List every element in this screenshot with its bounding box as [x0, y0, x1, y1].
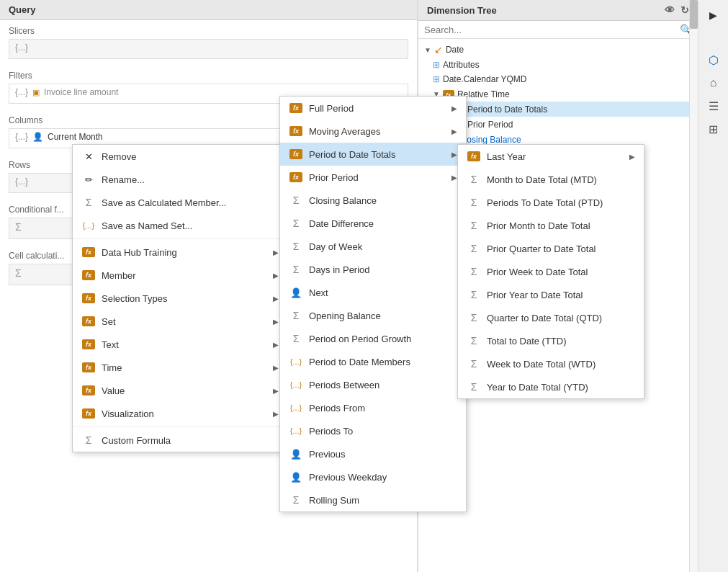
ctx2-full-period[interactable]: fx Full Period ▶ [280, 97, 466, 120]
ctx2-day-of-week[interactable]: Σ Day of Week [280, 235, 466, 258]
ctx-time[interactable]: fx Time ▶ [73, 356, 287, 379]
ctx2-ptd-members[interactable]: {...} Period to Date Members [280, 350, 466, 373]
ctx-save-named[interactable]: {...} Save as Named Set... [73, 214, 287, 237]
ctx-save-calculated[interactable]: Σ Save as Calculated Member... [73, 191, 287, 214]
sidebar-grid-icon[interactable]: ⊞ [704, 120, 723, 138]
ctx2-periods-between[interactable]: {...} Periods Between [280, 373, 466, 396]
fx-icon-time: fx [81, 360, 96, 375]
refresh-icon[interactable]: ↻ [680, 4, 689, 16]
sum3-ytd: Σ [467, 380, 481, 394]
ctx2-days-in-period[interactable]: Σ Days in Period [280, 258, 466, 281]
sidebar-home-icon[interactable]: ⌂ [704, 73, 723, 92]
ctx-remove-label: Remove [102, 151, 136, 162]
scrollbar-thumb[interactable] [690, 0, 698, 29]
sum2-datediff: Σ [289, 216, 303, 231]
ctx2-date-diff[interactable]: Σ Date Difference [280, 212, 466, 235]
ctx-remove[interactable]: ✕ Remove [73, 145, 287, 168]
ctx-member[interactable]: fx Member ▶ [73, 264, 287, 287]
ctx3-ptd[interactable]: Σ Periods To Date Total (PTD) [458, 191, 644, 214]
ctx2-previous[interactable]: 👤 Previous [280, 442, 466, 465]
arrow-right-viz: ▶ [273, 410, 279, 418]
col-brackets: {...} [15, 132, 28, 142]
ctx3-prior-mtd[interactable]: Σ Prior Month to Date Total [458, 214, 644, 237]
ctx-set[interactable]: fx Set ▶ [73, 310, 287, 333]
ctx3-wtd[interactable]: Σ Week to Date Total (WTD) [458, 352, 644, 375]
filter-icon: ▣ [32, 88, 40, 97]
ctx2-opening-balance[interactable]: Σ Opening Balance [280, 304, 466, 327]
ctx3-last-year[interactable]: fx Last Year ▶ [458, 145, 644, 168]
ctx2-closing-balance[interactable]: Σ Closing Balance [280, 189, 466, 212]
tree-attributes[interactable]: ⊞ Attributes [418, 58, 698, 72]
ctx2-moving-avg[interactable]: fx Moving Averages ▶ [280, 120, 466, 143]
filters-label: Filters [0, 65, 417, 84]
tree-date-label: Date [446, 45, 464, 55]
tree-date[interactable]: ▼ ↙ Date [418, 42, 698, 58]
ctx-visualization[interactable]: fx Visualization ▶ [73, 402, 287, 425]
ctx2-period-to-date[interactable]: fx Period to Date Totals ▶ [280, 143, 466, 166]
ctx2-rolling-sum[interactable]: Σ Rolling Sum [280, 488, 466, 511]
arrow2-full-period: ▶ [451, 104, 457, 112]
arrow2-ptd: ▶ [451, 151, 457, 158]
ctx-data-hub[interactable]: fx Data Hub Training ▶ [73, 241, 287, 264]
rename-icon: ✏ [81, 172, 96, 187]
sidebar-cube-icon[interactable]: ⬡ [704, 50, 723, 69]
ctx3-ly-label: Last Year [487, 151, 526, 162]
sum3-qtd: Σ [467, 310, 481, 325]
fx3-ly: fx [467, 149, 481, 164]
sum3-ptd: Σ [467, 195, 481, 210]
conditional-sum-icon: Σ [15, 221, 22, 233]
ctx3-prior-ytd[interactable]: Σ Prior Year to Date Total [458, 283, 644, 306]
ctx-text[interactable]: fx Text ▶ [73, 333, 287, 356]
dim-tree-title: Dimension Tree [427, 5, 497, 16]
ctx-rename[interactable]: ✏ Rename... [73, 168, 287, 191]
ctx-value[interactable]: fx Value ▶ [73, 379, 287, 402]
ctx3-qtd[interactable]: Σ Quarter to Date Total (QTD) [458, 306, 644, 329]
sidebar-list-icon[interactable]: ☰ [704, 97, 723, 115]
ctx-save-calc-label: Save as Calculated Member... [102, 197, 226, 208]
fx-icon-value: fx [81, 383, 96, 398]
sum-icon-calc: Σ [81, 195, 96, 210]
ctx2-moving-avg-label: Moving Averages [309, 126, 381, 137]
ctx3-mtd-label: Month to Date Total (MTD) [487, 174, 597, 185]
sidebar-arrow-icon[interactable]: ▶ [704, 6, 723, 24]
tree-date-calendar[interactable]: ⊞ Date.Calendar YQMD [418, 72, 698, 86]
fx-icon-text: fx [81, 337, 96, 352]
ctx2-pb-label: Periods Between [309, 380, 379, 390]
ctx-selection-types[interactable]: fx Selection Types ▶ [73, 287, 287, 310]
scrollbar[interactable] [689, 0, 698, 572]
fx2-moving-avg: fx [289, 124, 303, 138]
ctx2-prior-left: fx Prior Period [289, 170, 359, 184]
fx-icon-member: fx [81, 268, 96, 282]
ctx2-periods-to[interactable]: {...} Periods To [280, 419, 466, 442]
dim-tree-header: Dimension Tree 👁 ↻ [418, 0, 698, 21]
ctx2-moving-avg-left: fx Moving Averages [289, 124, 381, 138]
ctx3-ytd[interactable]: Σ Year to Date Total (YTD) [458, 375, 644, 398]
ctx3-prior-qtd[interactable]: Σ Prior Quarter to Date Total [458, 237, 644, 260]
ctx2-growth-label: Period on Period Growth [309, 334, 411, 344]
ctx2-prior-period[interactable]: fx Prior Period ▶ [280, 166, 466, 189]
ctx3-prior-wtd[interactable]: Σ Prior Week to Date Total [458, 260, 644, 283]
ctx-rename-label: Rename... [102, 174, 145, 185]
ctx3-mtd[interactable]: Σ Month to Date Total (MTD) [458, 168, 644, 191]
ctx-custom-label: Custom Formula [102, 435, 171, 446]
ctx2-period-growth[interactable]: Σ Period on Period Growth [280, 327, 466, 350]
ctx-custom-formula[interactable]: Σ Custom Formula [73, 429, 287, 452]
fx2-ptd: fx [289, 147, 303, 161]
ctx2-prev-weekday[interactable]: 👤 Previous Weekday [280, 465, 466, 488]
fx-icon-set: fx [81, 314, 96, 329]
ctx3-ttd[interactable]: Σ Total to Date (TTD) [458, 329, 644, 352]
ctx-selection-left: fx Selection Types [81, 291, 168, 305]
ctx3-wtd-label: Week to Date Total (WTD) [487, 359, 596, 370]
ctx-sep-2 [73, 426, 287, 427]
fx2-full-period: fx [289, 101, 303, 115]
search-input[interactable] [424, 24, 680, 35]
ctx2-closing-label: Closing Balance [309, 195, 377, 206]
ctx2-periods-from[interactable]: {...} Periods From [280, 396, 466, 419]
icon-sidebar: ▶ ⬡ ⌂ ☰ ⊞ [698, 0, 728, 572]
eye-icon[interactable]: 👁 [665, 4, 675, 16]
sum3-wtd: Σ [467, 357, 481, 371]
ctx3-qtd-label: Quarter to Date Total (QTD) [487, 313, 602, 323]
ctx2-datediff-label: Date Difference [309, 218, 374, 229]
ctx-sep-1 [73, 238, 287, 239]
ctx2-next[interactable]: 👤 Next [280, 281, 466, 304]
